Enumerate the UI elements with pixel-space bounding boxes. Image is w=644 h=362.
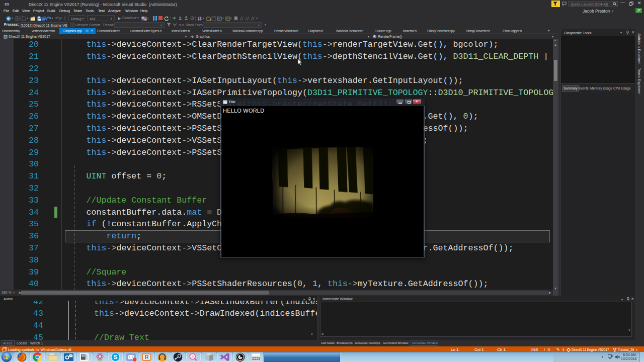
svg-text:R: R [144, 354, 148, 360]
svg-text:S: S [114, 353, 118, 360]
